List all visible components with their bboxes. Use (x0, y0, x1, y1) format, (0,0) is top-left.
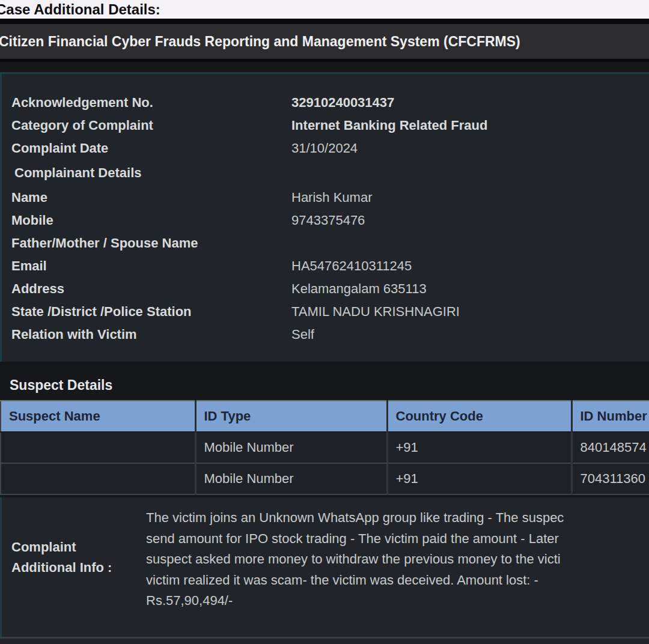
field-row: Mobile9743375476 (11, 209, 649, 232)
info-text-line: send amount for IPO stock trading - The … (146, 529, 564, 550)
page-title-bar: Case Additional Details: (0, 0, 649, 19)
suspect-table-header-row: Suspect NameID TypeCountry CodeID Number (1, 401, 649, 432)
field-label: Name (11, 190, 291, 205)
field-row: Acknowledgement No.32910240031437 (11, 91, 649, 114)
info-text-line: victim realized it was scam- the victim … (146, 570, 564, 591)
field-row: EmailHA54762410311245 (11, 255, 649, 278)
field-value: HA54762410311245 (291, 258, 412, 274)
table-row: Mobile Number+91704311360 (1, 463, 649, 494)
field-label: Acknowledgement No. (11, 95, 291, 111)
section-subheading-row: Complainant Details (11, 160, 649, 186)
complaint-additional-info-panel: Complaint Additional Info : The victim j… (0, 497, 649, 637)
table-cell (1, 432, 195, 463)
field-label: Father/Mother / Spouse Name (11, 235, 291, 251)
complaint-additional-info-label: Complaint Additional Info : (2, 497, 146, 637)
table-cell: Mobile Number (195, 432, 387, 463)
field-label: Mobile (11, 213, 291, 228)
suspect-table: Suspect NameID TypeCountry CodeID Number… (0, 400, 649, 495)
field-label: Address (11, 281, 291, 297)
field-label: Complainant Details (11, 165, 294, 181)
field-row: Father/Mother / Spouse Name (11, 232, 649, 255)
field-value: 31/10/2024 (291, 141, 358, 156)
field-label: Relation with Victim (11, 327, 291, 342)
divider (0, 59, 649, 62)
table-cell: 840148574 (571, 432, 649, 463)
cfcfrms-banner-title: Citizen Financial Cyber Frauds Reporting… (0, 24, 649, 59)
table-cell: Mobile Number (195, 463, 387, 494)
field-row: NameHarish Kumar (11, 186, 649, 209)
table-cell: +91 (387, 432, 571, 463)
divider (0, 19, 649, 24)
info-text-line: The victim joins an Unknown WhatsApp gro… (146, 508, 564, 529)
field-value: Harish Kumar (291, 190, 372, 205)
field-value: Self (291, 327, 314, 342)
field-row: Relation with VictimSelf (11, 323, 649, 346)
page-title: Case Additional Details: (0, 0, 649, 19)
table-cell: 704311360 (571, 463, 649, 494)
suspect-table-body: Mobile Number+91840148574Mobile Number+9… (1, 432, 649, 494)
field-label: Complaint Date (11, 141, 291, 156)
bottom-strip (0, 639, 649, 644)
field-label: State /District /Police Station (11, 304, 291, 320)
field-value: 32910240031437 (291, 95, 394, 111)
suspect-details-heading: Suspect Details (10, 377, 649, 393)
column-header: Country Code (387, 401, 571, 432)
field-row: AddressKelamangalam 635113 (11, 278, 649, 300)
info-label-line: Additional Info : (11, 557, 146, 578)
complaint-details-panel: Acknowledgement No.32910240031437Categor… (0, 72, 649, 362)
complaint-additional-info-text: The victim joins an Unknown WhatsApp gro… (146, 497, 564, 637)
field-label: Category of Complaint (11, 118, 291, 133)
column-header: ID Type (195, 401, 387, 432)
cfcfrms-banner: Citizen Financial Cyber Frauds Reporting… (0, 24, 649, 59)
field-value: TAMIL NADU KRISHNAGIRI (291, 304, 460, 320)
table-cell: +91 (387, 463, 571, 494)
field-value: Internet Banking Related Fraud (291, 118, 487, 133)
info-label-line: Complaint (11, 537, 146, 557)
info-text-line: suspect asked more money to withdraw the… (146, 549, 564, 570)
column-header: Suspect Name (1, 401, 195, 432)
field-value: 9743375476 (291, 213, 365, 228)
info-text-line: Rs.57,90,494/- (146, 591, 564, 612)
field-row: Category of ComplaintInternet Banking Re… (11, 114, 649, 137)
field-row: State /District /Police StationTAMIL NAD… (11, 300, 649, 323)
table-cell (1, 463, 195, 494)
field-row: Complaint Date31/10/2024 (11, 137, 649, 160)
field-value: Kelamangalam 635113 (291, 281, 427, 297)
table-row: Mobile Number+91840148574 (1, 432, 649, 463)
column-header: ID Number (571, 401, 649, 432)
complaint-fields: Acknowledgement No.32910240031437Categor… (11, 91, 649, 346)
field-label: Email (11, 258, 291, 274)
